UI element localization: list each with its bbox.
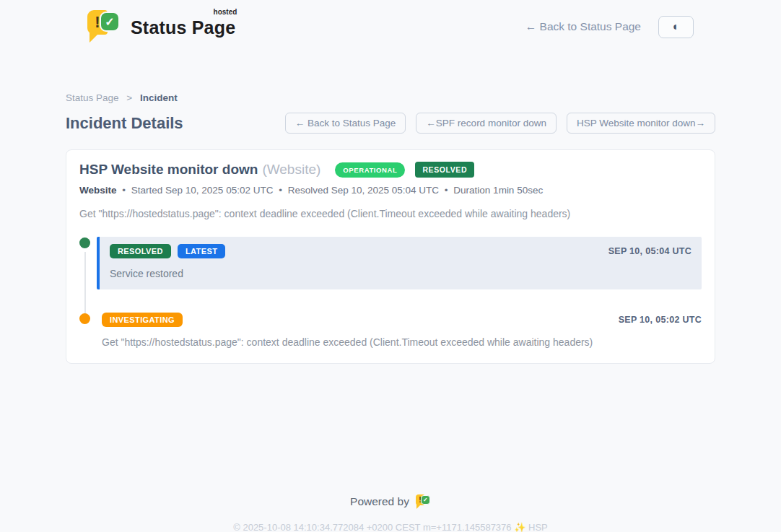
header-back-to-status-page-link[interactable]: ← Back to Status Page [525, 20, 641, 33]
header-inner: ! ✓ Status Page hosted ← Back to Status … [66, 10, 715, 43]
breadcrumb-status-page-link[interactable]: Status Page [66, 92, 119, 103]
timeline-entry-resolved: RESOLVED LATEST SEP 10, 05:04 UTC Servic… [79, 237, 702, 289]
latest-badge: LATEST [178, 244, 225, 258]
timeline-dot-green [79, 237, 90, 248]
timeline-entry-investigating: INVESTIGATING SEP 10, 05:02 UTC Get "htt… [79, 313, 702, 348]
timeline-entry-timestamp: SEP 10, 05:02 UTC [619, 315, 702, 325]
investigating-badge: INVESTIGATING [102, 313, 183, 327]
timeline-dot-orange [79, 313, 90, 324]
status-page-logo[interactable]: ! ✓ Status Page hosted [87, 10, 235, 43]
logo-hosted-tag: hosted [214, 8, 237, 16]
timeline-entry-header: INVESTIGATING SEP 10, 05:02 UTC [102, 313, 702, 327]
half-circle-contrast-icon: ◐ [673, 21, 680, 32]
timeline-entry-message: Service restored [110, 268, 691, 279]
title-row: Incident Details ← Back to Status Page ←… [66, 113, 715, 134]
page-title: Incident Details [66, 114, 183, 133]
incident-title: HSP Website monitor down [79, 162, 258, 178]
timeline-marker-column [79, 313, 97, 348]
breadcrumb-separator: > [126, 92, 132, 103]
timeline-entry-content: INVESTIGATING SEP 10, 05:02 UTC Get "htt… [97, 313, 702, 348]
meta-duration: Duration 1min 50sec [453, 185, 543, 196]
logo-text: Status Page hosted [131, 10, 235, 38]
meta-started: Started Sep 10, 2025 05:02 UTC [131, 185, 274, 196]
incident-timeline: RESOLVED LATEST SEP 10, 05:04 UTC Servic… [79, 237, 702, 348]
meta-component-name: Website [79, 185, 117, 196]
incident-title-row: HSP Website monitor down (Website) OPERA… [79, 162, 702, 178]
breadcrumb: Status Page > Incident [66, 92, 715, 103]
timeline-marker-column [79, 237, 97, 289]
incident-description: Get "https://hostedstatus.page": context… [79, 208, 702, 219]
meta-separator: • [122, 185, 126, 196]
timeline-entry-timestamp: SEP 10, 05:04 UTC [608, 246, 691, 256]
status-page-logo-icon: ! ✓ [87, 10, 121, 43]
incident-card: HSP Website monitor down (Website) OPERA… [66, 149, 715, 364]
meta-resolved: Resolved Sep 10, 2025 05:04 UTC [288, 185, 439, 196]
meta-separator: • [445, 185, 448, 196]
next-incident-button[interactable]: HSP Website monitor down→ [567, 113, 715, 134]
header: ! ✓ Status Page hosted ← Back to Status … [0, 0, 781, 43]
timeline-entry-badges: INVESTIGATING [102, 313, 183, 327]
timeline-latest-update-box: RESOLVED LATEST SEP 10, 05:04 UTC Servic… [97, 237, 702, 289]
incident-nav-buttons: ← Back to Status Page ←SPF record monito… [285, 113, 715, 134]
timeline-entry-badges: RESOLVED LATEST [110, 244, 225, 258]
resolved-badge: RESOLVED [110, 244, 171, 258]
logo-check-icon: ✓ [100, 12, 120, 32]
operational-status-badge: OPERATIONAL [335, 162, 405, 178]
meta-separator: • [279, 185, 282, 196]
timeline-entry-header: RESOLVED LATEST SEP 10, 05:04 UTC [110, 244, 691, 258]
incident-component-label: (Website) [262, 162, 320, 178]
timeline-entry-message: Get "https://hostedstatus.page": context… [102, 336, 702, 348]
previous-incident-button[interactable]: ←SPF record monitor down [416, 113, 557, 134]
mini-logo-check-icon: ✓ [421, 495, 430, 505]
main-content: Status Page > Incident Incident Details … [66, 92, 715, 364]
status-page-mini-logo-icon: ! ✓ [416, 494, 431, 509]
logo-brand-name: Status Page [131, 17, 235, 38]
resolved-status-badge: RESOLVED [415, 162, 474, 178]
powered-by-label: Powered by [350, 495, 409, 508]
copyright-text: © 2025-10-08 14:10:34.772084 +0200 CEST … [0, 522, 781, 532]
footer: Powered by ! ✓ © 2025-10-08 14:10:34.772… [0, 494, 781, 532]
breadcrumb-incident: Incident [140, 92, 178, 103]
header-right: ← Back to Status Page ◐ [525, 16, 694, 38]
back-to-status-page-button[interactable]: ← Back to Status Page [285, 113, 406, 134]
theme-toggle-button[interactable]: ◐ [658, 16, 694, 38]
incident-meta: Website • Started Sep 10, 2025 05:02 UTC… [79, 185, 702, 196]
powered-by-link[interactable]: Powered by ! ✓ [350, 494, 431, 509]
